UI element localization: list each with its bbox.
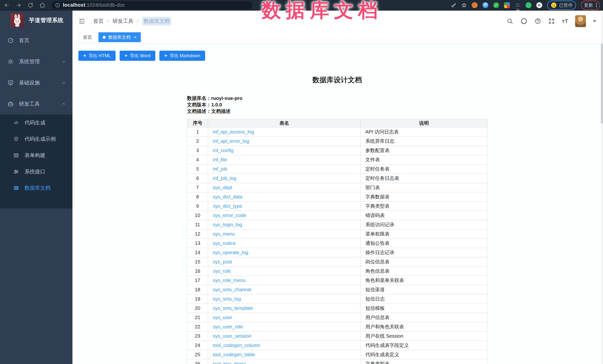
github-icon[interactable] <box>520 18 527 25</box>
url-text[interactable]: localhost:1024/tool/db-doc <box>63 2 125 8</box>
close-tab-icon[interactable]: × <box>134 35 137 40</box>
export-markdown-button[interactable]: + 导出 Markdown <box>159 51 205 61</box>
tab-label: 首页 <box>83 34 92 40</box>
sidebar-item-api[interactable]: 系统接口 <box>0 164 72 180</box>
table-description: 角色和菜单关联表 <box>360 276 487 285</box>
sidebar-item-form-builder[interactable]: 表单构建 <box>0 147 72 164</box>
extension-check-icon[interactable]: ✓ <box>493 2 499 8</box>
table-name-link[interactable]: sys_sms_channel <box>213 287 251 292</box>
address-bar[interactable]: localhost:1024/tool/db-doc <box>52 1 252 9</box>
row-number: 21 <box>187 313 208 322</box>
key-icon[interactable] <box>451 2 456 8</box>
search-icon[interactable] <box>507 18 513 24</box>
table-name-link[interactable]: inf_file <box>213 157 227 162</box>
site-info-icon[interactable] <box>55 3 60 8</box>
table-name-link[interactable]: sys_operate_log <box>213 250 248 255</box>
sidebar-item-db-doc[interactable]: 数据库文档 <box>0 180 72 196</box>
table-name-link[interactable]: sys_login_log <box>213 222 242 227</box>
page-scrollbar[interactable] <box>601 11 603 364</box>
tab-db-doc[interactable]: 数据库文档 × <box>98 32 141 42</box>
chevron-down-icon <box>61 59 66 64</box>
bookmark-star-icon[interactable] <box>461 2 467 8</box>
sidebar: 芋道管理系统 首页 系统管理 基础设施 研发工具 <box>0 11 72 364</box>
table-name-link[interactable]: inf_api_access_log <box>213 129 254 134</box>
row-number: 1 <box>187 127 208 137</box>
sidebar-item-codegen[interactable]: 代码生成 <box>0 114 72 131</box>
app-logo-row[interactable]: 芋道管理系统 <box>0 11 72 30</box>
row-number: 20 <box>187 304 208 313</box>
table-name-link[interactable]: sys_post <box>213 259 232 265</box>
table-row: 23 sys_user_session 用户在线 Session <box>187 331 487 341</box>
table-name-link[interactable]: sys_role_menu <box>213 277 246 283</box>
extension-on-icon[interactable]: on <box>515 2 521 8</box>
collapse-sidebar-icon[interactable] <box>78 18 85 24</box>
table-row: 2 inf_api_error_log 系统异常日志 <box>187 137 487 146</box>
table-name-link[interactable]: sys_user <box>213 315 232 320</box>
table-name-link[interactable]: tool_test_demo <box>213 361 246 364</box>
user-menu-caret-icon[interactable] <box>593 20 596 22</box>
browser-update-button[interactable]: 更新 <box>581 0 600 10</box>
breadcrumb-devtools[interactable]: 研发工具 <box>113 18 133 25</box>
table-name-link[interactable]: sys_user_session <box>213 333 251 339</box>
col-header-no: 序号 <box>187 119 208 127</box>
reload-icon[interactable] <box>27 2 34 9</box>
active-dot-icon <box>103 36 106 39</box>
fullscreen-icon[interactable] <box>548 18 555 24</box>
table-name-link[interactable]: inf_config <box>213 148 233 153</box>
extension-icon[interactable] <box>482 2 488 8</box>
table-name-link[interactable]: sys_user_role <box>213 324 243 330</box>
extension-leaf-icon[interactable] <box>525 2 532 8</box>
scrollbar-thumb[interactable] <box>601 44 603 123</box>
button-label: 导出 HTML <box>88 53 111 59</box>
sidebar-item-home[interactable]: 首页 <box>0 30 72 51</box>
table-row: 7 sys_dept 部门表 <box>187 183 487 192</box>
url-host: localhost <box>63 2 85 8</box>
table-name-link[interactable]: tool_codegen_table <box>213 352 255 357</box>
annotation-overlay-title: 数据库文档 <box>262 0 382 23</box>
plus-icon: + <box>125 53 128 58</box>
table-name-link[interactable]: sys_sms_log <box>213 296 241 302</box>
table-name-link[interactable]: sys_dept <box>213 185 232 190</box>
font-size-icon[interactable]: тT <box>562 18 568 24</box>
table-name-link[interactable]: sys_dict_type <box>213 203 242 209</box>
forward-icon[interactable] <box>15 2 22 9</box>
table-description: 操作日志记录 <box>360 248 487 257</box>
row-number: 8 <box>187 192 208 202</box>
table-name-link[interactable]: tool_codegen_column <box>213 342 260 348</box>
sidebar-item-codegen-demo[interactable]: 代码生成示例 <box>0 131 72 147</box>
breadcrumb-home[interactable]: 首页 <box>93 18 104 25</box>
export-html-button[interactable]: + 导出 HTML <box>78 51 116 61</box>
sidebar-item-system[interactable]: 系统管理 <box>0 51 72 72</box>
row-number: 4 <box>187 155 208 165</box>
table-name-link[interactable]: sys_sms_template <box>213 305 253 311</box>
menu-dots-icon[interactable] <box>596 3 597 7</box>
table-description: 角色信息表 <box>360 266 487 276</box>
export-word-button[interactable]: + 导出 Word <box>120 51 155 61</box>
table-name-link[interactable]: inf_job_log <box>213 176 236 181</box>
help-icon[interactable] <box>534 18 541 24</box>
table-row: 13 sys_notice 通知公告表 <box>187 239 487 248</box>
table-description: 菜单权限表 <box>360 230 487 239</box>
extension-grid-icon[interactable] <box>504 2 510 8</box>
table-name-link[interactable]: inf_api_error_log <box>213 138 249 144</box>
extension-icon[interactable] <box>472 2 478 8</box>
table-name-link[interactable]: sys_notice <box>213 240 236 246</box>
table-name-link[interactable]: inf_job <box>213 166 227 172</box>
table-description: 岗位信息表 <box>360 257 487 266</box>
table-name-link[interactable]: sys_menu <box>213 231 235 237</box>
home-icon[interactable] <box>39 2 46 9</box>
table-name-link[interactable]: sys_dict_data <box>213 194 243 199</box>
table-name-link[interactable]: sys_role <box>213 268 231 274</box>
sidebar-item-devtools[interactable]: 研发工具 <box>0 93 72 114</box>
paused-extension-pill[interactable]: 已暂停 <box>547 0 576 10</box>
sidebar-item-infra[interactable]: 基础设施 <box>0 72 72 93</box>
tab-home[interactable]: 首页 <box>79 32 96 42</box>
paused-label: 已暂停 <box>559 2 573 8</box>
user-avatar[interactable] <box>575 15 586 27</box>
extensions-puzzle-icon[interactable] <box>536 2 542 8</box>
update-label: 更新 <box>584 2 593 8</box>
table-row: 17 sys_role_menu 角色和菜单关联表 <box>187 276 487 285</box>
table-name-link[interactable]: sys_error_code <box>213 212 246 218</box>
table-description: 短信渠道 <box>360 285 487 294</box>
back-icon[interactable] <box>3 2 10 9</box>
